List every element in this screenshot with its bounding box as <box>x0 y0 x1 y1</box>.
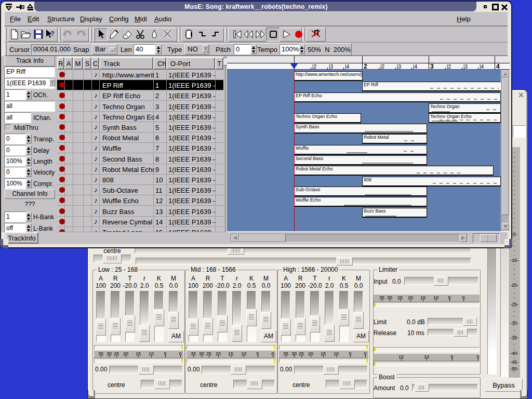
svg-text:?: ? <box>50 30 55 37</box>
